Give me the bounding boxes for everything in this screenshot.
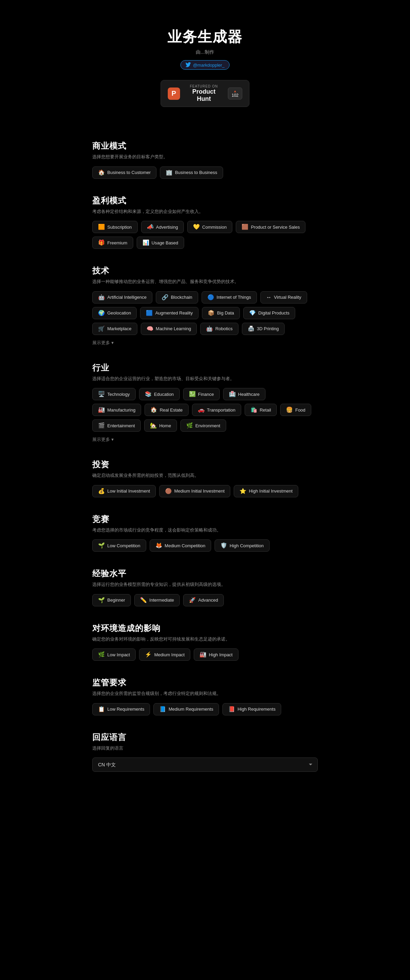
btn-revenue-model-3[interactable]: 🟫Product or Service Sales	[236, 221, 305, 233]
section-technology: 技术选择一种能够推动您的业务运营、增强您的产品、服务和竞争优势的技术。🤖Arti…	[92, 265, 318, 346]
btn-label-revenue-model-3: Product or Service Sales	[251, 224, 300, 230]
btn-competition-2[interactable]: 🛡️High Competition	[215, 539, 270, 552]
btn-label-business-model-0: Business to Customer	[107, 170, 151, 175]
btn-business-model-1[interactable]: 🏢Business to Business	[160, 167, 223, 179]
btn-industry-2[interactable]: 💹Finance	[183, 388, 220, 400]
btn-label-technology-8: Marketplace	[107, 326, 132, 331]
btn-technology-1[interactable]: 🔗Blockchain	[156, 291, 198, 304]
btn-industry-11[interactable]: 🌿Environment	[180, 419, 226, 432]
btn-regulatory-2[interactable]: 📕High Requirements	[222, 703, 281, 716]
btn-technology-7[interactable]: 💎Digital Products	[243, 307, 295, 319]
section-title-competition: 竞赛	[92, 514, 318, 525]
app-title: 业务生成器	[92, 27, 318, 46]
btn-technology-3[interactable]: ↔️Virtual Reality	[261, 291, 307, 304]
btn-label-technology-4: Geolocation	[107, 310, 131, 315]
btn-industry-0[interactable]: 🖥️Technology	[92, 388, 136, 400]
show-more-industry[interactable]: 展示更多 ▾	[92, 436, 114, 443]
btn-icon-technology-11: 🖨️	[248, 326, 254, 332]
btn-industry-5[interactable]: 🏠Real Estate	[145, 404, 188, 416]
btn-environment-2[interactable]: 🏭High Impact	[194, 648, 238, 661]
btn-technology-9[interactable]: 🧠Machine Learning	[141, 323, 197, 335]
btn-icon-industry-11: 🌿	[186, 423, 193, 428]
btn-icon-technology-4: 🌍	[98, 310, 105, 316]
language-select[interactable]: CN 中文EN EnglishDE DeutschFR FrançaisES E…	[92, 757, 318, 772]
btn-industry-8[interactable]: 🍔Food	[280, 404, 311, 416]
section-title-investment: 投资	[92, 459, 318, 470]
btn-industry-9[interactable]: 🎬Entertainment	[92, 419, 141, 432]
btn-icon-competition-2: 🛡️	[220, 543, 227, 548]
btn-icon-industry-5: 🏠	[150, 407, 157, 412]
btn-icon-revenue-model-5: 📊	[143, 240, 149, 245]
btn-label-technology-11: 3D Printing	[257, 326, 279, 331]
btn-icon-revenue-model-3: 🟫	[242, 224, 248, 230]
btn-revenue-model-5[interactable]: 📊Usage Based	[137, 237, 184, 249]
btn-icon-industry-4: 🏭	[98, 407, 105, 412]
btn-icon-investment-1: 🟤	[165, 488, 172, 494]
btn-revenue-model-0[interactable]: 🟧Subscription	[92, 221, 138, 233]
btn-investment-2[interactable]: ⭐High Initial Investment	[234, 485, 298, 497]
btn-industry-3[interactable]: 🏥Healthcare	[223, 388, 265, 400]
btn-label-technology-0: Artificial Intelligence	[107, 295, 146, 300]
header: 业务生成器 由...制作 @markdoppler_ P FEATURED ON…	[92, 14, 318, 124]
btn-group-industry: 🖥️Technology📚Education💹Finance🏥Healthcar…	[92, 388, 318, 432]
btn-revenue-model-4[interactable]: 🎁Freemium	[92, 237, 133, 249]
btn-technology-2[interactable]: 🔵Internet of Things	[202, 291, 257, 304]
btn-experience-0[interactable]: 🌱Beginner	[92, 594, 131, 606]
btn-experience-2[interactable]: 🚀Advanced	[183, 594, 224, 606]
btn-icon-industry-1: 📚	[145, 391, 152, 397]
btn-industry-7[interactable]: 🛍️Retail	[245, 404, 277, 416]
btn-regulatory-0[interactable]: 📋Low Requirements	[92, 703, 150, 716]
btn-label-revenue-model-5: Usage Based	[152, 240, 178, 245]
section-industry: 行业选择适合您的企业运营的行业，塑造您的市场、目标受众和关键参与者。🖥️Tech…	[92, 362, 318, 443]
btn-environment-0[interactable]: 🌿Low Impact	[92, 648, 136, 661]
btn-label-technology-5: Augmented Reality	[155, 310, 193, 315]
btn-competition-0[interactable]: 🌱Low Competition	[92, 539, 146, 552]
btn-technology-8[interactable]: 🛒Marketplace	[92, 323, 137, 335]
btn-investment-0[interactable]: 💰Low Initial Investment	[92, 485, 156, 497]
btn-label-industry-4: Manufacturing	[107, 407, 135, 412]
btn-technology-11[interactable]: 🖨️3D Printing	[242, 323, 284, 335]
btn-regulatory-1[interactable]: 📘Medium Requirements	[153, 703, 219, 716]
btn-icon-industry-10: 🏡	[150, 423, 157, 428]
btn-technology-10[interactable]: 🤖Robotics	[200, 323, 238, 335]
btn-label-technology-7: Digital Products	[258, 310, 289, 315]
btn-icon-experience-0: 🌱	[98, 598, 105, 603]
btn-revenue-model-1[interactable]: 📣Advertising	[141, 221, 184, 233]
twitter-handle: @markdoppler_	[193, 62, 225, 68]
section-desc-investment: 确定启动或发展业务所需的初始投资，范围从低到高。	[92, 472, 318, 479]
btn-icon-industry-8: 🍔	[286, 407, 293, 412]
twitter-link[interactable]: @markdoppler_	[180, 60, 230, 70]
btn-revenue-model-2[interactable]: 💛Commission	[187, 221, 233, 233]
section-title-business-model: 商业模式	[92, 140, 318, 151]
btn-icon-technology-5: 🟦	[146, 310, 153, 316]
btn-industry-1[interactable]: 📚Education	[139, 388, 180, 400]
btn-experience-1[interactable]: ✏️Intermediate	[134, 594, 180, 606]
btn-technology-5[interactable]: 🟦Augmented Reality	[140, 307, 199, 319]
language-desc: 选择回复的语言	[92, 745, 318, 752]
btn-label-industry-2: Finance	[198, 392, 214, 397]
btn-icon-industry-9: 🎬	[98, 423, 105, 428]
btn-industry-10[interactable]: 🏡Home	[144, 419, 177, 432]
btn-icon-environment-1: ⚡	[145, 652, 152, 657]
btn-technology-6[interactable]: 📦Big Data	[202, 307, 240, 319]
btn-industry-4[interactable]: 🏭Manufacturing	[92, 404, 141, 416]
section-desc-industry: 选择适合您的企业运营的行业，塑造您的市场、目标受众和关键参与者。	[92, 375, 318, 382]
btn-label-regulatory-2: High Requirements	[237, 706, 275, 712]
btn-icon-technology-10: 🤖	[206, 326, 213, 332]
ph-arrow-icon: ▲	[234, 89, 237, 93]
btn-icon-experience-2: 🚀	[189, 598, 196, 603]
btn-environment-1[interactable]: ⚡Medium Impact	[139, 648, 190, 661]
btn-group-investment: 💰Low Initial Investment🟤Medium Initial I…	[92, 485, 318, 497]
btn-label-revenue-model-4: Freemium	[107, 240, 127, 245]
btn-industry-6[interactable]: 🚗Transportation	[192, 404, 241, 416]
btn-label-industry-1: Education	[154, 392, 174, 397]
btn-technology-0[interactable]: 🤖Artificial Intelligence	[92, 291, 153, 304]
btn-label-industry-0: Technology	[107, 392, 130, 397]
btn-competition-1[interactable]: 🦊Medium Competition	[149, 539, 211, 552]
btn-group-technology: 🤖Artificial Intelligence🔗Blockchain🔵Inte…	[92, 291, 318, 335]
show-more-technology[interactable]: 展示更多 ▾	[92, 340, 114, 346]
btn-business-model-0[interactable]: 🏠Business to Customer	[92, 167, 156, 179]
btn-investment-1[interactable]: 🟤Medium Initial Investment	[159, 485, 230, 497]
product-hunt-badge[interactable]: P FEATURED ON Product Hunt ▲ 102	[161, 80, 249, 107]
btn-technology-4[interactable]: 🌍Geolocation	[92, 307, 137, 319]
